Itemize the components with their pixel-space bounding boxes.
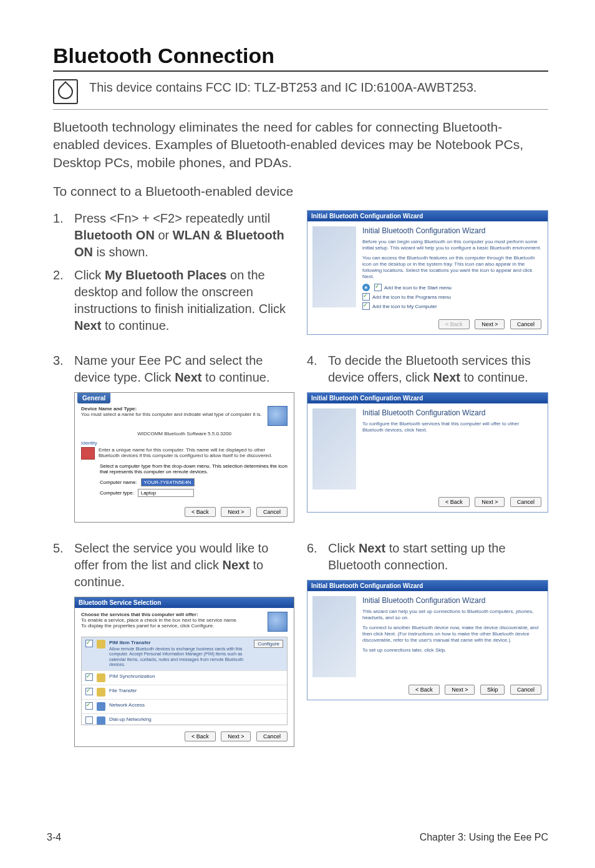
cancel-button[interactable]: Cancel	[510, 685, 541, 695]
step-bold: Next	[433, 370, 460, 384]
step-number: 4.	[307, 352, 328, 386]
next-button[interactable]: Next >	[475, 319, 505, 329]
fcc-text: This device contains FCC ID: TLZ-BT253 a…	[89, 79, 476, 96]
next-button[interactable]: Next >	[221, 507, 251, 517]
software-version: WIDCOMM Bluetooth Software 5.5.0.3200	[81, 431, 288, 436]
step-1: 1. Press <Fn> + <F2> repeatedly until Bl…	[53, 210, 294, 261]
step-bold: My Bluetooth Places	[105, 268, 227, 282]
step-bold: Bluetooth ON	[74, 228, 155, 242]
dialog-title: Initial Bluetooth Configuration Wizard	[307, 211, 548, 221]
wizard-sidebar-image	[312, 226, 356, 307]
sync-icon	[97, 673, 105, 682]
bluetooth-globe-icon	[268, 406, 288, 426]
wizard-paragraph: This wizard can help you set up connecti…	[362, 609, 541, 621]
checkbox-icon	[85, 716, 93, 724]
service-list[interactable]: PIM Item Transfer Allow remote Bluetooth…	[81, 637, 288, 725]
cancel-button[interactable]: Cancel	[256, 507, 288, 517]
page-title: Bluetooth Connection	[53, 44, 548, 72]
dialup-icon	[97, 716, 105, 725]
service-selection-dialog: Bluetooth Service Selection Choose the s…	[74, 597, 294, 747]
next-button[interactable]: Next >	[221, 731, 251, 741]
wizard-paragraph: To configure the Bluetooth services that…	[362, 421, 541, 433]
step-number: 3.	[53, 352, 74, 386]
page-number: 3-4	[47, 832, 61, 843]
step-text: or	[155, 228, 173, 242]
step-number: 2.	[53, 267, 74, 334]
wizard-heading: Initial Bluetooth Configuration Wizard	[362, 596, 541, 605]
note-icon	[53, 79, 78, 104]
wizard-heading: Initial Bluetooth Configuration Wizard	[362, 226, 541, 235]
general-properties-dialog: General Device Name and Type: You must s…	[74, 392, 294, 523]
back-button[interactable]: < Back	[409, 685, 440, 695]
step-2: 2. Click My Bluetooth Places on the desk…	[53, 267, 294, 334]
folder-icon	[97, 688, 105, 697]
step-text: to continue.	[460, 370, 528, 384]
checkbox-icon	[362, 293, 370, 301]
step-6: 6. Click Next to start setting up the Bl…	[307, 540, 548, 574]
computer-name-label: Computer name:	[100, 480, 137, 485]
cancel-button[interactable]: Cancel	[256, 731, 288, 741]
step-text: Click	[74, 268, 105, 282]
configure-button[interactable]: Configure	[254, 640, 283, 648]
back-button: < Back	[438, 319, 470, 329]
back-button[interactable]: < Back	[185, 507, 216, 517]
fcc-notice: This device contains FCC ID: TLZ-BT253 a…	[53, 75, 548, 110]
step-text: to continue.	[101, 319, 169, 332]
step-number: 1.	[53, 210, 74, 261]
next-button[interactable]: Next >	[475, 497, 505, 507]
wizard-heading: Initial Bluetooth Configuration Wizard	[362, 408, 541, 417]
wizard-sidebar-image	[312, 596, 356, 677]
bluetooth-icon: ∗	[362, 284, 370, 291]
skip-button[interactable]: Skip	[480, 685, 505, 695]
service-dial-up[interactable]: Dial-up Networking	[82, 714, 287, 725]
network-icon	[97, 702, 105, 711]
checkbox-start-menu[interactable]: ∗Add the icon to the Start menu	[362, 284, 541, 291]
dialog-title: Initial Bluetooth Configuration Wizard	[307, 393, 548, 403]
section-title: Device Name and Type:	[81, 406, 263, 412]
checkbox-my-computer[interactable]: Add the icon to My Computer	[362, 302, 541, 310]
step-5: 5. Select the service you would like to …	[53, 540, 294, 591]
wizard-initial-setup: Initial Bluetooth Configuration Wizard I…	[307, 210, 548, 335]
general-tab[interactable]: General	[77, 393, 110, 403]
step-text: Press <Fn> + <F2> repeatedly until	[74, 211, 270, 225]
step-bold: Next	[175, 370, 201, 384]
step-number: 6.	[307, 540, 328, 574]
service-pim-sync[interactable]: PIM Synchronization	[82, 671, 287, 685]
identity-label: Identity	[81, 440, 288, 446]
checkbox-icon	[374, 284, 382, 291]
step-bold: Next	[359, 541, 385, 555]
checkbox-programs-menu[interactable]: Add the icon to the Programs menu	[362, 293, 541, 301]
dialog-title: Bluetooth Service Selection	[75, 597, 294, 608]
step-number: 5.	[53, 540, 74, 591]
step-text: to continue.	[202, 370, 270, 384]
step-3: 3. Name your Eee PC and select the devic…	[53, 352, 294, 386]
computer-type-label: Computer type:	[100, 490, 134, 496]
service-file-transfer[interactable]: File Transfer	[82, 685, 287, 700]
name-description: Enter a unique name for this computer. T…	[99, 447, 288, 458]
bluetooth-globe-icon	[268, 612, 288, 632]
cancel-button[interactable]: Cancel	[510, 497, 541, 507]
computer-type-select[interactable]: Laptop	[138, 489, 194, 497]
pim-icon	[97, 640, 105, 649]
wizard-paragraph: To set up connections later, click Skip.	[362, 647, 541, 653]
wizard-sidebar-image	[312, 408, 356, 489]
checkbox-icon	[85, 673, 93, 681]
back-button[interactable]: < Back	[438, 497, 470, 507]
next-button[interactable]: Next >	[445, 685, 475, 695]
dialog-title: Initial Bluetooth Configuration Wizard	[307, 581, 548, 591]
checkbox-icon	[85, 640, 93, 647]
cancel-button[interactable]: Cancel	[510, 319, 541, 329]
computer-name-input[interactable]: YOUR-7YE4TN5E4N	[141, 478, 195, 486]
step-text: Click	[328, 541, 359, 555]
chapter-label: Chapter 3: Using the Eee PC	[420, 832, 548, 843]
wizard-paragraph: Before you can begin using Bluetooth on …	[362, 239, 541, 251]
wizard-configure-services: Initial Bluetooth Configuration Wizard I…	[307, 392, 548, 513]
service-network-access[interactable]: Network Access	[82, 700, 287, 714]
wizard-paragraph: To connect to another Bluetooth device n…	[362, 625, 541, 644]
service-pim-item-transfer[interactable]: PIM Item Transfer Allow remote Bluetooth…	[82, 637, 287, 671]
back-button[interactable]: < Back	[185, 731, 216, 741]
checkbox-icon	[362, 302, 370, 310]
step-bold: Next	[74, 319, 101, 332]
intro-text: Bluetooth technology eliminates the need…	[53, 118, 548, 171]
type-description: Select a computer type from the drop-dow…	[100, 463, 288, 475]
